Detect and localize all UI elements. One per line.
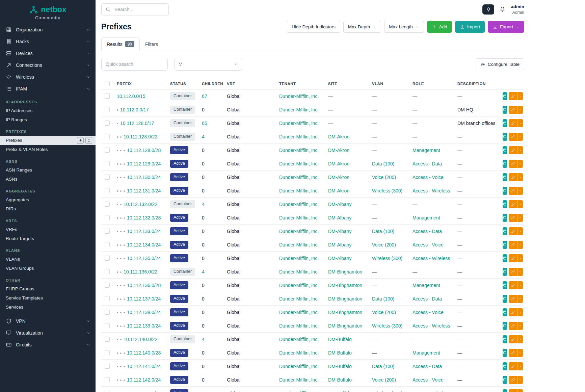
sidebar-item-devices[interactable]: Devices xyxy=(0,47,96,59)
tenant-link[interactable]: Dunder-Mifflin, Inc. xyxy=(279,161,319,166)
tenant-link[interactable]: Dunder-Mifflin, Inc. xyxy=(279,364,319,369)
site-link[interactable]: DM-Binghamton xyxy=(328,310,362,315)
site-link[interactable]: DM-Albany xyxy=(328,229,351,234)
sidebar-item-prefixes[interactable]: Prefixes xyxy=(0,136,96,145)
copy-button[interactable] xyxy=(503,200,507,208)
copy-button[interactable] xyxy=(503,295,507,303)
row-checkbox[interactable] xyxy=(105,188,110,193)
theme-toggle-button[interactable] xyxy=(482,4,494,15)
copy-button[interactable] xyxy=(503,214,507,222)
site-link[interactable]: DM-Buffalo xyxy=(328,364,352,369)
site-link[interactable]: DM-Buffalo xyxy=(328,350,352,356)
row-checkbox[interactable] xyxy=(105,175,110,180)
site-link[interactable]: DM-Binghamton xyxy=(328,323,362,329)
edit-dropdown-button[interactable] xyxy=(517,214,523,222)
role-link[interactable]: Management xyxy=(413,215,440,220)
select-all-checkbox[interactable] xyxy=(105,81,110,86)
role-link[interactable]: Management xyxy=(413,283,440,288)
row-checkbox[interactable] xyxy=(105,161,110,166)
prefix-link[interactable]: 10.112.133.0/24 xyxy=(127,229,161,234)
role-link[interactable]: Access - Wireless xyxy=(413,188,450,193)
saved-filter-select[interactable] xyxy=(186,58,242,71)
edit-button[interactable] xyxy=(509,119,517,127)
row-checkbox[interactable] xyxy=(105,350,110,355)
row-checkbox[interactable] xyxy=(105,391,110,392)
edit-button[interactable] xyxy=(509,362,517,370)
prefix-link[interactable]: 10.112.128.0/28 xyxy=(127,148,161,153)
copy-button[interactable] xyxy=(503,389,507,392)
prefix-link[interactable]: 10.112.140.0/22 xyxy=(124,337,157,342)
copy-button[interactable] xyxy=(503,362,507,370)
prefix-link[interactable]: 10.112.128.0/17 xyxy=(120,121,154,126)
edit-dropdown-button[interactable] xyxy=(517,241,523,249)
site-link[interactable]: DM-Binghamton xyxy=(328,296,362,302)
edit-dropdown-button[interactable] xyxy=(517,376,523,384)
edit-button[interactable] xyxy=(509,173,517,181)
edit-dropdown-button[interactable] xyxy=(517,92,523,100)
copy-button[interactable] xyxy=(503,187,507,195)
sidebar-item-service-templates[interactable]: Service Templates xyxy=(0,293,96,303)
sidebar-item-vlans[interactable]: VLANs xyxy=(0,255,96,264)
tenant-link[interactable]: Dunder-Mifflin, Inc. xyxy=(279,107,319,112)
prefix-link[interactable]: 10.112.134.0/24 xyxy=(127,242,161,247)
site-link[interactable]: DM-Akron xyxy=(328,134,349,139)
edit-button[interactable] xyxy=(509,200,517,208)
sidebar-item-connections[interactable]: Connections xyxy=(0,59,96,71)
prefix-link[interactable]: 10.112.131.0/24 xyxy=(127,188,161,193)
edit-button[interactable] xyxy=(509,268,517,276)
row-checkbox[interactable] xyxy=(105,215,110,220)
hide-depth-indicators-button[interactable]: Hide Depth Indicators xyxy=(287,21,340,33)
edit-button[interactable] xyxy=(509,389,517,392)
copy-button[interactable] xyxy=(503,106,507,114)
tenant-link[interactable]: Dunder-Mifflin, Inc. xyxy=(279,323,319,329)
vlan-link[interactable]: Wireless (300) xyxy=(372,256,402,261)
children-count-link[interactable]: 4 xyxy=(202,269,205,275)
sidebar-item-route-targets[interactable]: Route Targets xyxy=(0,234,96,243)
copy-button[interactable] xyxy=(503,349,507,357)
tenant-link[interactable]: Dunder-Mifflin, Inc. xyxy=(279,134,319,139)
edit-button[interactable] xyxy=(509,281,517,289)
role-link[interactable]: Access - Data xyxy=(413,161,442,166)
vlan-link[interactable]: Voice (200) xyxy=(372,377,396,383)
prefix-link[interactable]: 10.112.0.0/15 xyxy=(117,94,145,99)
edit-dropdown-button[interactable] xyxy=(517,362,523,370)
prefix-link[interactable]: 10.112.132.0/28 xyxy=(127,215,161,220)
edit-button[interactable] xyxy=(509,322,517,330)
copy-button[interactable] xyxy=(503,308,507,316)
row-checkbox[interactable] xyxy=(105,202,110,207)
quick-add-button[interactable] xyxy=(77,137,84,144)
role-link[interactable]: Access - Data xyxy=(413,296,442,302)
prefix-link[interactable]: 10.112.139.0/24 xyxy=(127,323,161,329)
site-link[interactable]: DM-Binghamton xyxy=(328,283,362,288)
role-link[interactable]: Access - Wireless xyxy=(413,256,450,261)
edit-button[interactable] xyxy=(509,376,517,384)
edit-dropdown-button[interactable] xyxy=(517,187,523,195)
tenant-link[interactable]: Dunder-Mifflin, Inc. xyxy=(279,391,319,392)
copy-button[interactable] xyxy=(503,92,507,100)
sidebar-item-ipam[interactable]: IPAM xyxy=(0,83,96,95)
site-link[interactable]: DM-Binghamton xyxy=(328,269,362,275)
row-checkbox[interactable] xyxy=(105,256,110,261)
tenant-link[interactable]: Dunder-Mifflin, Inc. xyxy=(279,337,319,342)
role-link[interactable]: Access - Data xyxy=(413,364,442,369)
vlan-link[interactable]: Data (100) xyxy=(372,161,394,166)
row-checkbox[interactable] xyxy=(105,107,110,112)
copy-button[interactable] xyxy=(503,173,507,181)
row-checkbox[interactable] xyxy=(105,94,110,99)
edit-dropdown-button[interactable] xyxy=(517,268,523,276)
role-link[interactable]: Access - Voice xyxy=(413,377,444,383)
tenant-link[interactable]: Dunder-Mifflin, Inc. xyxy=(279,188,319,193)
sidebar-item-asn-ranges[interactable]: ASN Ranges xyxy=(0,165,96,175)
site-link[interactable]: DM-Akron xyxy=(328,148,349,153)
vlan-link[interactable]: Wireless (300) xyxy=(372,323,402,329)
sidebar-item-virtualization[interactable]: Virtualization xyxy=(0,327,96,339)
prefix-link[interactable]: 10.112.129.0/24 xyxy=(127,161,161,166)
edit-dropdown-button[interactable] xyxy=(517,227,523,235)
filter-button[interactable] xyxy=(174,58,186,71)
row-checkbox[interactable] xyxy=(105,134,110,139)
site-link[interactable]: DM-Albany xyxy=(328,215,351,220)
prefix-link[interactable]: 10.112.136.0/28 xyxy=(127,283,161,288)
edit-dropdown-button[interactable] xyxy=(517,173,523,181)
copy-button[interactable] xyxy=(503,281,507,289)
quick-search-input[interactable] xyxy=(101,58,168,71)
